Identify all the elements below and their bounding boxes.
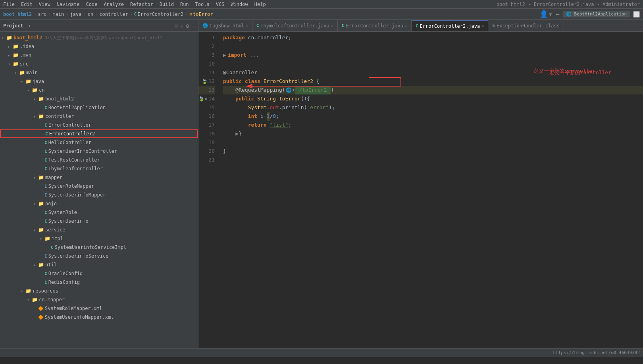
user-icon[interactable]: 👤▾ — [539, 10, 553, 18]
collapse-all-icon[interactable]: ≡ — [180, 23, 183, 29]
tree-systemuserinfocontroller[interactable]: ▸ C SystemUserInfoController — [0, 147, 198, 156]
menu-tools[interactable]: Tools — [195, 2, 210, 7]
menu-vcs[interactable]: VCS — [216, 2, 225, 7]
main-folder-icon: 📁 — [19, 70, 25, 75]
tree-boot-html2-sub[interactable]: ▾ 📁 boot_html2 — [0, 94, 198, 103]
tab-errorcontroller2[interactable]: C ErrorController2.java × — [412, 20, 488, 32]
import-dots: ... — [250, 51, 259, 60]
menu-analyze[interactable]: Analyze — [104, 2, 124, 7]
fold-icon-3[interactable]: ▶ — [223, 51, 226, 60]
expand-icon[interactable]: ⬜ — [633, 11, 640, 17]
exceptionhandler-tab-icon: ⚙ — [492, 23, 495, 28]
locate-icon[interactable]: ⊙ — [174, 23, 177, 29]
breadcrumb-bar: boot_html2 › src › main › java › cn › co… — [0, 9, 643, 20]
tree-boothtml2app[interactable]: ▸ C BootHtml2Application — [0, 103, 198, 112]
menu-window[interactable]: Window — [231, 2, 248, 7]
tree-systemrole[interactable]: ▸ C SystemRole — [0, 208, 198, 217]
project-tree[interactable]: ▾ 📁 boot_html2 D:\大三下学期java学习\实训\springb… — [0, 32, 198, 348]
breadcrumb-cn[interactable]: cn — [88, 12, 93, 17]
tree-main[interactable]: ▾ 📁 main — [0, 68, 198, 77]
breadcrumb-src[interactable]: src — [38, 12, 46, 17]
tree-src[interactable]: ▾ 📁 src — [0, 60, 198, 68]
tree-systemuserinfo[interactable]: ▸ C SystemUserinfo — [0, 217, 198, 225]
code-editor[interactable]: package cn.controller; ▶ import ... @Con… — [218, 32, 643, 348]
resources-label: resources — [33, 288, 58, 294]
tree-thymeleafcontroller[interactable]: ▸ C ThymeleafController — [0, 164, 198, 173]
breadcrumb-java[interactable]: java — [70, 12, 82, 17]
tree-util[interactable]: ▾ 📁 util — [0, 260, 198, 269]
tree-cn-mapper[interactable]: ▾ 📁 cn.mapper — [0, 295, 198, 304]
menu-help[interactable]: Help — [254, 2, 266, 7]
tree-systemrolemapper-xml[interactable]: ▸ 🔶 SystemRoleMapper.xml — [0, 304, 198, 313]
tab-errorcontroller-close[interactable]: × — [405, 23, 407, 28]
menu-view[interactable]: View — [39, 2, 50, 7]
tab-thymeleafcontroller-close[interactable]: × — [331, 23, 333, 28]
oracleconfig-class-icon: C — [44, 271, 47, 276]
tab-errorcontroller2-label: ErrorController2.java — [420, 23, 480, 29]
code-line-17: return "list" ; — [223, 121, 643, 129]
tree-oracleconfig[interactable]: ▸ C OracleConfig — [0, 269, 198, 278]
tree-cn[interactable]: ▾ 📁 cn — [0, 86, 198, 94]
mapper-folder-icon: 📁 — [38, 175, 44, 180]
tree-root[interactable]: ▾ 📁 boot_html2 D:\大三下学期java学习\实训\springb… — [0, 33, 198, 42]
tree-systemuserinfomapper[interactable]: ▸ I SystemUserinfoMapper — [0, 191, 198, 199]
tree-mapper[interactable]: ▾ 📁 mapper — [0, 173, 198, 182]
tree-mvn[interactable]: ▸ 📁 .mvn — [0, 51, 198, 60]
tab-tagshow[interactable]: 🌐 tagShow.html × — [198, 20, 252, 32]
run-config[interactable]: 🌐 BootHtml2Application — [563, 11, 630, 17]
cn-label: cn — [39, 87, 44, 93]
tree-systemuserinfoserviceimpl[interactable]: ▸ C SystemUserinfoServiceImpl — [0, 243, 198, 252]
tree-service[interactable]: ▾ 📁 service — [0, 225, 198, 234]
tree-errorcontroller2[interactable]: ▸ C ErrorController2 — [0, 129, 198, 138]
tree-errorcontroller[interactable]: ▸ C ErrorController — [0, 121, 198, 129]
tabs-bar: 🌐 tagShow.html × C ThymeleafController.j… — [198, 20, 643, 32]
tree-java[interactable]: ▾ 📁 java — [0, 77, 198, 86]
tab-tagshow-close[interactable]: × — [246, 23, 248, 28]
breadcrumb-method[interactable]: m toError — [189, 12, 213, 17]
tab-exceptionhandler[interactable]: ⚙ ExceptionHandler.class — [488, 20, 564, 32]
line-num-15: 15 — [198, 103, 215, 112]
boot-html2-sub-label: boot_html2 — [45, 96, 74, 102]
tab-thymeleafcontroller[interactable]: C ThymeleafController.java × — [252, 20, 338, 32]
breadcrumb-root[interactable]: boot_html2 — [3, 12, 32, 17]
code-line-21 — [223, 156, 643, 164]
tree-pojo[interactable]: ▾ 📁 pojo — [0, 199, 198, 208]
code-line-10 — [223, 60, 643, 68]
dropdown-13[interactable]: ▾ — [292, 86, 295, 94]
minimize-panel-icon[interactable]: − — [192, 23, 195, 29]
code-line-18: ▶ } — [223, 129, 643, 138]
code-line-1: package cn.controller; — [223, 33, 643, 42]
menu-run[interactable]: Run — [180, 2, 189, 7]
class-icon: C — [134, 12, 137, 17]
tab-errorcontroller[interactable]: C ErrorController.java × — [338, 20, 412, 32]
breadcrumb-class[interactable]: C ErrorController2 — [134, 12, 183, 17]
line-num-1: 1 — [198, 33, 215, 42]
breadcrumb-controller[interactable]: controller — [99, 12, 128, 17]
tree-redisconfig[interactable]: ▸ C RedisConfig — [0, 278, 198, 287]
root-path: D:\大三下学期java学习\实训\springboot\boot_html2 — [44, 35, 163, 41]
settings-icon[interactable]: ⚙ — [186, 23, 189, 29]
menu-file[interactable]: File — [3, 2, 15, 7]
menu-build[interactable]: Build — [160, 2, 174, 7]
tree-impl[interactable]: ▾ 📁 impl — [0, 234, 198, 243]
tree-systemuserinfomapper-xml[interactable]: ▸ 🔶 SystemUserinfoMapper.xml — [0, 313, 198, 322]
systemrolemapper-xml-label: SystemRoleMapper.xml — [45, 306, 102, 311]
back-icon[interactable]: ← — [556, 10, 560, 18]
menu-navigate[interactable]: Navigate — [57, 2, 80, 7]
tree-testrestcontroller[interactable]: ▸ C TestRestController — [0, 156, 198, 164]
src-folder-icon: 📁 — [13, 61, 19, 67]
tree-systemuserinfoservice[interactable]: ▸ I SystemUserinfoService — [0, 252, 198, 260]
idea-label: .idea — [20, 44, 34, 49]
tab-errorcontroller2-close[interactable]: × — [481, 24, 484, 28]
breadcrumb-main[interactable]: main — [52, 12, 64, 17]
menu-edit[interactable]: Edit — [21, 2, 33, 7]
tree-hellocontroller[interactable]: ▸ C HelloController — [0, 138, 198, 147]
tree-systemrolemapper[interactable]: ▸ I SystemRoleMapper — [0, 182, 198, 191]
menu-refactor[interactable]: Refactor — [130, 2, 153, 7]
tree-idea[interactable]: ▸ 📁 .idea — [0, 42, 198, 51]
tree-resources[interactable]: ▾ 📁 resources — [0, 287, 198, 295]
menu-code[interactable]: Code — [86, 2, 98, 7]
tree-controller[interactable]: ▾ 📁 controller — [0, 112, 198, 121]
editor-content[interactable]: 1 2 3 10 11 🍃12 13 🍃 ▶14 15 16 17 18 19 … — [198, 32, 643, 348]
project-dropdown-icon[interactable]: ▾ — [28, 23, 31, 29]
